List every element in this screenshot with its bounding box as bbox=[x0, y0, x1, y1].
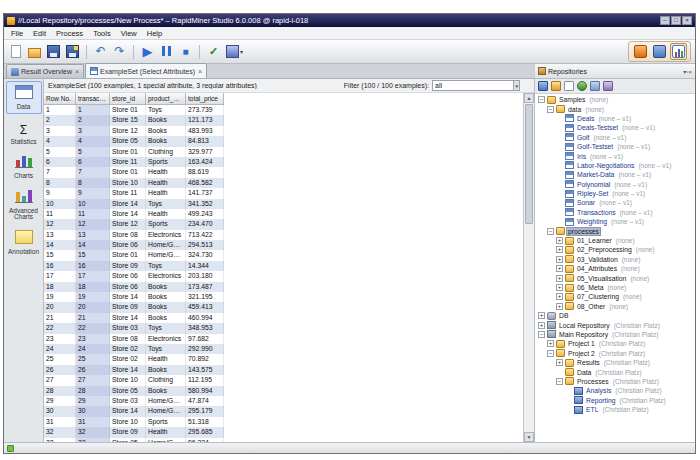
tree-item-processes[interactable]: −Processes(Christian Platz) bbox=[535, 377, 695, 386]
table-row-23[interactable]: 2323Store 08Electronics97.682 bbox=[44, 334, 523, 344]
table-row-5[interactable]: 55Store 01Clothing329.977 bbox=[44, 147, 523, 157]
pause-process-button[interactable] bbox=[158, 43, 175, 60]
table-row-32[interactable]: 3232Store 09Health295.685 bbox=[44, 427, 523, 437]
tree-item-08-other[interactable]: +08_Other(none) bbox=[535, 302, 695, 311]
tree-item-03-validation[interactable]: +03_Validation(none) bbox=[535, 255, 695, 264]
table-row-24[interactable]: 2424Store 02Toys292.990 bbox=[44, 344, 523, 354]
open-process-button[interactable] bbox=[26, 44, 43, 60]
save-as-button[interactable] bbox=[64, 43, 81, 60]
tree-item-main-repository[interactable]: −Main Repository(Christian Platz) bbox=[535, 330, 695, 339]
tree-item-golf[interactable]: Golf(none – v1) bbox=[535, 133, 695, 142]
view-statistics[interactable]: ΣStatistics bbox=[6, 116, 42, 149]
redo-button[interactable]: ↷ bbox=[111, 43, 128, 60]
table-row-14[interactable]: 1414Store 06Home/Garden294.513 bbox=[44, 240, 523, 250]
open-location-icon[interactable] bbox=[590, 81, 600, 91]
tree-item-db[interactable]: +DB bbox=[535, 311, 695, 320]
table-row-16[interactable]: 1616Store 09Toys14.344 bbox=[44, 261, 523, 271]
column-header-total-price[interactable]: total_price bbox=[186, 93, 224, 105]
expander-plus-icon[interactable]: + bbox=[538, 312, 545, 319]
tab-close-icon[interactable]: × bbox=[198, 68, 202, 75]
tree-item-deals[interactable]: Deals(none – v1) bbox=[535, 114, 695, 123]
tree-item-golf-testset[interactable]: Golf-Testset(none – v1) bbox=[535, 142, 695, 151]
table-row-17[interactable]: 1717Store 06Electronics203.180 bbox=[44, 271, 523, 281]
expander-plus-icon[interactable]: + bbox=[556, 275, 563, 282]
titlebar[interactable]: //Local Repository/processes/New Process… bbox=[4, 14, 695, 27]
tree-item-sonar[interactable]: Sonar(none – v1) bbox=[535, 198, 695, 207]
tree-item-labor-negotiations[interactable]: Labor-Negotiations(none – v1) bbox=[535, 161, 695, 170]
table-row-3[interactable]: 33Store 12Books483.993 bbox=[44, 126, 523, 136]
column-header-product-category[interactable]: product_category bbox=[146, 93, 186, 105]
table-row-25[interactable]: 2525Store 02Health70.892 bbox=[44, 354, 523, 364]
repositories-header[interactable]: Repositories ▾▫× bbox=[535, 64, 695, 79]
expander-plus-icon[interactable]: + bbox=[556, 237, 563, 244]
expander-minus-icon[interactable]: − bbox=[547, 350, 554, 357]
tab-close-icon[interactable]: × bbox=[75, 68, 79, 75]
tree-item-local-repository[interactable]: +Local Repository(Christian Platz) bbox=[535, 320, 695, 329]
expander-plus-icon[interactable]: + bbox=[556, 246, 563, 253]
tree-item-etl[interactable]: ETL(Christian Platz) bbox=[535, 405, 695, 414]
table-row-15[interactable]: 1515Store 01Home/Garden324.730 bbox=[44, 250, 523, 260]
menu-help[interactable]: Help bbox=[142, 29, 167, 38]
copy-entry-icon[interactable] bbox=[564, 81, 574, 91]
column-header-store-id[interactable]: store_id bbox=[110, 93, 146, 105]
table-row-27[interactable]: 2727Store 10Clothing112.195 bbox=[44, 375, 523, 385]
tree-item-polynomial[interactable]: Polynomial(none – v1) bbox=[535, 180, 695, 189]
table-row-7[interactable]: 77Store 01Health88.619 bbox=[44, 167, 523, 177]
sort-order-icon[interactable] bbox=[603, 81, 613, 91]
expander-plus-icon[interactable]: + bbox=[556, 256, 563, 263]
tree-item-processes[interactable]: −processes bbox=[535, 226, 695, 235]
save-process-button[interactable] bbox=[45, 43, 62, 60]
table-row-8[interactable]: 88Store 10Health468.582 bbox=[44, 178, 523, 188]
expander-plus-icon[interactable]: + bbox=[538, 322, 545, 329]
menu-tools[interactable]: Tools bbox=[88, 29, 116, 38]
column-header-row-no[interactable]: Row No. bbox=[44, 93, 76, 105]
table-row-13[interactable]: 1313Store 08Electronics713.422 bbox=[44, 230, 523, 240]
expander-minus-icon[interactable]: − bbox=[547, 106, 554, 113]
tree-item-market-data[interactable]: Market-Data(none – v1) bbox=[535, 170, 695, 179]
tree-item-analysis[interactable]: Analysis(Christian Platz) bbox=[535, 386, 695, 395]
table-row-31[interactable]: 3131Store 10Sports51.318 bbox=[44, 417, 523, 427]
scrollbar-thumb[interactable] bbox=[525, 104, 533, 224]
maximize-button[interactable]: □ bbox=[671, 16, 681, 25]
table-row-4[interactable]: 44Store 05Books84.813 bbox=[44, 136, 523, 146]
tree-item-01-learner[interactable]: +01_Learner(none) bbox=[535, 236, 695, 245]
column-header-transaction-id[interactable]: transaction_id bbox=[76, 93, 110, 105]
tree-item-reporting[interactable]: Reporting(Christian Platz) bbox=[535, 396, 695, 405]
panel-close-icon[interactable]: × bbox=[688, 69, 692, 75]
tree-item-weighting[interactable]: Weighting(none – v1) bbox=[535, 217, 695, 226]
table-row-19[interactable]: 1919Store 14Books321.195 bbox=[44, 292, 523, 302]
filter-select[interactable]: all ▾ bbox=[432, 80, 520, 91]
table-row-29[interactable]: 2929Store 03Home/Garden47.874 bbox=[44, 396, 523, 406]
expander-minus-icon[interactable]: − bbox=[547, 228, 554, 235]
tree-item-results[interactable]: +Results(Christian Platz) bbox=[535, 358, 695, 367]
refresh-icon[interactable] bbox=[577, 81, 587, 91]
scroll-down-icon[interactable]: ▼ bbox=[524, 432, 534, 442]
table-row-2[interactable]: 22Store 15Books121.173 bbox=[44, 115, 523, 125]
view-annotation[interactable]: Annotation bbox=[6, 226, 42, 259]
tree-item-02-preprocessing[interactable]: +02_Preprocessing(none) bbox=[535, 245, 695, 254]
table-row-20[interactable]: 2020Store 09Books459.413 bbox=[44, 302, 523, 312]
close-button[interactable]: × bbox=[682, 16, 692, 25]
table-row-9[interactable]: 99Store 11Health141.737 bbox=[44, 188, 523, 198]
run-process-button[interactable]: ▶ bbox=[139, 43, 156, 60]
undo-button[interactable]: ↶ bbox=[92, 43, 109, 60]
stop-process-button[interactable]: ■ bbox=[177, 43, 194, 60]
menu-edit[interactable]: Edit bbox=[28, 29, 51, 38]
tree-item-transactions[interactable]: Transactions(none – v1) bbox=[535, 208, 695, 217]
tree-item-06-meta[interactable]: +06_Meta(none) bbox=[535, 283, 695, 292]
expander-minus-icon[interactable]: − bbox=[556, 378, 563, 385]
design-perspective-button[interactable] bbox=[651, 43, 668, 60]
expander-minus-icon[interactable]: − bbox=[538, 96, 545, 103]
menu-view[interactable]: View bbox=[116, 29, 142, 38]
results-perspective-button[interactable] bbox=[670, 43, 687, 60]
table-row-10[interactable]: 1010Store 14Toys341.352 bbox=[44, 199, 523, 209]
table-row-12[interactable]: 1212Store 12Sports234.470 bbox=[44, 219, 523, 229]
expander-minus-icon[interactable]: − bbox=[538, 331, 545, 338]
table-row-21[interactable]: 2121Store 14Books460.994 bbox=[44, 313, 523, 323]
view-charts[interactable]: Charts bbox=[6, 150, 42, 183]
expander-plus-icon[interactable]: + bbox=[547, 340, 554, 347]
scroll-up-icon[interactable]: ▲ bbox=[524, 93, 534, 103]
table-row-22[interactable]: 2222Store 03Toys348.953 bbox=[44, 323, 523, 333]
home-perspective-button[interactable] bbox=[632, 43, 649, 60]
menu-file[interactable]: File bbox=[6, 29, 28, 38]
